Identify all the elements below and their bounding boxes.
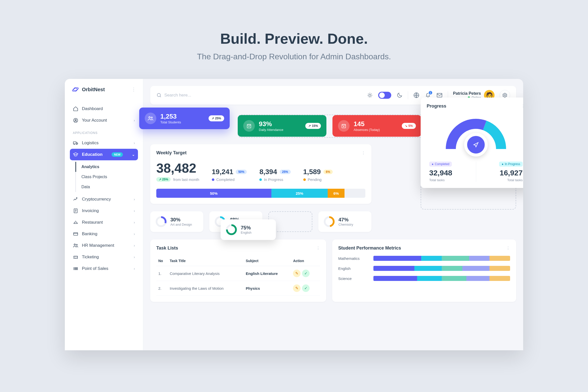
chevron-right-icon: › [134, 209, 135, 213]
mini-card-chemistry[interactable]: 47%Chemistry [318, 211, 371, 232]
confirm-button[interactable]: ✓ [302, 270, 310, 277]
dot-icon [212, 178, 214, 181]
stat-card-attendance[interactable]: 93%Daily Attendance ↗ 15% [238, 115, 326, 137]
chevron-right-icon: › [134, 118, 135, 122]
attendance-pct: ↗ 15% [305, 123, 321, 129]
nav-restaurant-label: Restaurant [82, 220, 103, 225]
theme-toggle[interactable] [378, 92, 391, 99]
tasks-title: Task Lists [156, 246, 178, 251]
card-menu-icon[interactable]: ⋮ [521, 104, 523, 109]
inprogress-tag: ● In Progress [499, 162, 523, 167]
stat-card-absences[interactable]: 145Absences (Today) ↘ 5% [332, 115, 421, 137]
chevron-right-icon: › [134, 232, 135, 236]
progress-inprogress-value: 16,927 [479, 169, 523, 177]
nav-ticketing-label: Ticketing [82, 255, 99, 260]
students-icon [148, 115, 154, 121]
cell-subject: English Literature [244, 266, 291, 281]
nav-banking-label: Banking [82, 231, 97, 236]
receipt-icon [73, 208, 78, 214]
weekly-bar-chart: 50% 25% 6% [156, 189, 365, 198]
dot-icon [303, 178, 306, 181]
weekly-main-value: 38,482 [156, 161, 199, 176]
edit-button[interactable]: ✎ [293, 284, 301, 292]
calendar-x-icon [341, 123, 347, 129]
hero-title: Build. Preview. Done. [0, 30, 588, 47]
pending-pct: 6% [323, 170, 333, 174]
card-menu-icon[interactable]: ⋮ [506, 246, 510, 251]
sun-icon [367, 92, 373, 99]
col-action: Action [291, 256, 320, 266]
metric-math-label: Mathematics [338, 256, 368, 261]
svg-point-10 [76, 244, 77, 246]
subnav-data[interactable]: Data [76, 182, 138, 192]
confirm-button[interactable]: ✓ [302, 284, 310, 292]
hero-subtitle: The Drag-and-Drop Revolution for Admin D… [0, 52, 588, 61]
card-icon [73, 231, 78, 237]
globe-icon[interactable] [413, 92, 420, 99]
attendance-value: 93% [259, 120, 283, 128]
progress-gauge [441, 114, 511, 154]
nav-dashboard[interactable]: Dashboard [70, 103, 138, 115]
completed-pct: 50% [236, 170, 247, 174]
nav-logistics[interactable]: Logistics › [70, 137, 138, 149]
card-menu-icon[interactable]: ⋮ [361, 151, 365, 155]
sidebar: OrbitNest ⋮ Dashboard Your Account › APP… [65, 79, 143, 350]
absences-pct: ↘ 5% [402, 123, 416, 129]
cell-no: 1. [156, 266, 168, 281]
svg-point-17 [151, 117, 153, 118]
nav-invoicing[interactable]: Invoicing › [70, 205, 138, 217]
subnav-analytics[interactable]: Analytics [75, 162, 138, 172]
trend-icon [73, 197, 78, 202]
weekly-sub-text: from last month [173, 177, 199, 182]
chevron-right-icon: › [134, 267, 135, 271]
metric-science-bar [373, 276, 510, 281]
nav-restaurant[interactable]: Restaurant › [70, 217, 138, 228]
people-icon [73, 243, 78, 248]
stat-card-students[interactable]: 1,253Total Students ↗ 25% [139, 108, 230, 129]
nav-crypto[interactable]: Cryptocurrency › [70, 193, 138, 205]
search-icon [156, 92, 162, 98]
col-subject: Subject [244, 256, 291, 266]
planet-icon [72, 86, 79, 93]
progress-completed-value: 32,948 [429, 169, 473, 177]
weekly-title: Weekly Target [156, 150, 186, 156]
students-value: 1,253 [160, 113, 181, 120]
mini-card-art[interactable]: 30%Art and Design [150, 211, 203, 232]
inprogress-value: 8,394 [259, 168, 277, 176]
nav-education[interactable]: Education NEW ⌄ [70, 149, 138, 160]
tasks-label: Total tasks [479, 178, 523, 182]
new-badge: NEW [112, 152, 123, 157]
tasks-label: Total tasks [429, 178, 473, 182]
nav-ticketing[interactable]: Ticketing › [70, 251, 138, 263]
nav-hr-label: HR Management [82, 243, 114, 248]
bar-segment-pending: 6% [328, 189, 345, 198]
cell-title: Comparative Literary Analysis [168, 266, 244, 281]
chevron-right-icon: › [134, 141, 135, 145]
svg-rect-19 [342, 124, 346, 128]
chevron-right-icon: › [134, 197, 135, 201]
absences-value: 145 [354, 120, 380, 128]
metric-english-bar [373, 266, 510, 271]
table-row: 1. Comparative Literary Analysis English… [156, 266, 320, 281]
pending-label: Pending [308, 177, 322, 182]
nav-hr[interactable]: HR Management › [70, 240, 138, 251]
mini-card-english[interactable]: 75%English [221, 219, 276, 240]
card-menu-icon[interactable]: ⋮ [316, 246, 320, 251]
user-name: Patricia Peters [453, 91, 481, 96]
nav-account[interactable]: Your Account › [70, 115, 138, 126]
dot-icon [259, 178, 262, 181]
user-circle-icon [73, 118, 78, 123]
search-input[interactable] [164, 93, 240, 98]
edit-button[interactable]: ✎ [293, 270, 301, 277]
gauge-button[interactable] [464, 133, 488, 157]
gear-icon [502, 92, 508, 98]
svg-rect-8 [74, 233, 78, 235]
subnav-class-projects[interactable]: Class Projects [76, 172, 138, 182]
chevron-right-icon: › [134, 243, 135, 248]
nav-banking[interactable]: Banking › [70, 228, 138, 240]
moon-icon [396, 92, 403, 99]
nav-pos[interactable]: Point of Sales › [70, 263, 138, 274]
sidebar-menu-icon[interactable]: ⋮ [131, 87, 136, 92]
svg-rect-4 [73, 142, 76, 144]
weekly-target-card: Weekly Target⋮ 38,482 ↗ 25%from last mon… [150, 144, 371, 204]
